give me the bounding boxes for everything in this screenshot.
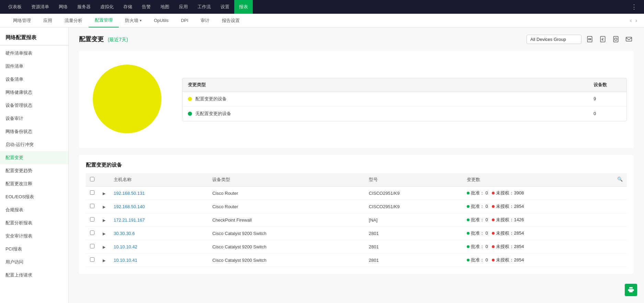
expand-arrow-3[interactable]: ▶ [103, 232, 105, 236]
top-nav-item-workflow[interactable]: 工作流 [193, 0, 216, 14]
top-nav-item-dashboard[interactable]: 仪表板 [3, 0, 26, 14]
email-icon[interactable] [624, 34, 634, 44]
row-checkbox-input-0[interactable] [90, 190, 94, 195]
second-nav-app[interactable]: 应用 [37, 14, 58, 27]
top-nav-item-virtual[interactable]: 虚拟化 [95, 0, 118, 14]
hostname-link-1[interactable]: 192.168.50.140 [114, 204, 145, 209]
top-nav-item-network[interactable]: 网络 [54, 0, 72, 14]
top-nav-item-server[interactable]: 服务器 [72, 0, 95, 14]
row-expand-2[interactable]: ▶ [99, 213, 110, 227]
row-expand-3[interactable]: ▶ [99, 227, 110, 240]
top-nav-item-map[interactable]: 地图 [156, 0, 174, 14]
device-group-select[interactable]: All Devices Group [527, 35, 581, 44]
row-expand-5[interactable]: ▶ [99, 254, 110, 267]
hostname-link-3[interactable]: 30.30.30.6 [114, 231, 135, 236]
row-hostname-1[interactable]: 192.168.50.140 [110, 200, 208, 213]
top-nav-item-resources[interactable]: 资源清单 [26, 0, 54, 14]
expand-arrow-2[interactable]: ▶ [103, 218, 105, 222]
row-expand-1[interactable]: ▶ [99, 200, 110, 213]
row-expand-0[interactable]: ▶ [99, 187, 110, 200]
row-hostname-0[interactable]: 192.168.50.131 [110, 187, 208, 200]
second-nav-oputils[interactable]: OpUtils [148, 14, 175, 27]
expand-arrow-0[interactable]: ▶ [103, 191, 105, 195]
legend-label-unchanged: 无配置变更的设备 [195, 111, 594, 117]
row-checkbox-2[interactable] [86, 213, 99, 227]
top-nav-item-settings[interactable]: 设置 [216, 0, 234, 14]
expand-arrow-5[interactable]: ▶ [103, 258, 105, 262]
second-nav-dpi[interactable]: DPI [175, 14, 195, 27]
nav-prev-arrow[interactable]: ‹ [630, 18, 632, 24]
second-nav-config-mgmt[interactable]: 配置管理 [89, 14, 119, 27]
row-checkbox-input-2[interactable] [90, 217, 94, 222]
row-device-type-2: CheckPoint Firewall [208, 213, 365, 227]
legend-count-changed: 9 [594, 96, 621, 101]
row-device-type-4: Cisco Catalyst 9200 Switch [208, 240, 365, 254]
sidebar-item-config-analysis[interactable]: 配置分析报表 [0, 216, 68, 229]
select-all-checkbox[interactable] [90, 177, 94, 181]
row-checkbox-input-3[interactable] [90, 231, 94, 235]
sidebar-item-network-backup[interactable]: 网络备份状态 [0, 125, 68, 138]
sidebar-item-pci[interactable]: PCI报表 [0, 243, 68, 256]
row-hostname-3[interactable]: 30.30.30.6 [110, 227, 208, 240]
sidebar-item-hw-inventory[interactable]: 硬件清单报表 [0, 47, 68, 60]
hostname-link-2[interactable]: 172.21.191.167 [114, 217, 145, 223]
row-expand-4[interactable]: ▶ [99, 240, 110, 254]
nav-next-arrow[interactable]: › [635, 18, 637, 24]
row-checkbox-1[interactable] [86, 200, 99, 213]
row-model-3: 2801 [365, 227, 463, 240]
top-nav-item-reports[interactable]: 报表 [234, 0, 253, 14]
sidebar-item-firmware[interactable]: 固件清单 [0, 60, 68, 73]
row-hostname-4[interactable]: 10.10.10.42 [110, 240, 208, 254]
second-nav-network-mgmt[interactable]: 网络管理 [7, 14, 37, 27]
search-icon[interactable]: 🔍 [617, 177, 623, 182]
row-hostname-5[interactable]: 10.10.10.41 [110, 254, 208, 267]
row-device-type-5: Cisco Catalyst 9200 Switch [208, 254, 365, 267]
row-checkbox-4[interactable] [86, 240, 99, 254]
row-checkbox-0[interactable] [86, 187, 99, 200]
sidebar-item-config-change[interactable]: 配置变更 [0, 151, 68, 164]
second-nav-traffic[interactable]: 流量分析 [58, 14, 89, 27]
sidebar-item-device-mgmt[interactable]: 设备管理状态 [0, 99, 68, 112]
sidebar-item-network-health[interactable]: 网络健康状态 [0, 86, 68, 99]
top-nav-item-storage[interactable]: 存储 [118, 0, 137, 14]
approved-badge-1: 批准： 0 [467, 203, 488, 210]
hostname-link-0[interactable]: 192.168.50.131 [114, 191, 145, 196]
unauth-badge-2: 未授权：1426 [492, 217, 524, 223]
sidebar-item-device-audit[interactable]: 设备审计 [0, 112, 68, 125]
xls-export-icon[interactable] [598, 34, 608, 44]
top-nav-item-alarm[interactable]: 告警 [137, 0, 156, 14]
row-checkbox-input-5[interactable] [90, 257, 94, 262]
row-checkbox-5[interactable] [86, 254, 99, 267]
expand-arrow-4[interactable]: ▶ [103, 245, 105, 249]
sidebar-item-user-access[interactable]: 用户访问 [0, 256, 68, 269]
second-nav-report-settings[interactable]: 报告设置 [216, 14, 246, 27]
expand-arrow-1[interactable]: ▶ [103, 205, 105, 209]
second-nav-audit[interactable]: 审计 [194, 14, 216, 27]
pdf-export-icon[interactable] [585, 34, 595, 44]
sidebar-item-startup-conflict[interactable]: 启动-运行冲突 [0, 138, 68, 151]
sidebar-item-config-upload[interactable]: 配置上传请求 [0, 269, 68, 282]
row-checkbox-input-4[interactable] [90, 244, 94, 248]
sidebar-item-compliance[interactable]: 合规报表 [0, 203, 68, 216]
col-checkbox-all[interactable] [86, 173, 99, 187]
col-hostname: 主机名称 [110, 173, 208, 187]
second-nav-bar: 网络管理 应用 流量分析 配置管理 防火墙 ▾ OpUtils DPI 审计 报… [0, 14, 644, 27]
approved-badge-4: 批准： 0 [467, 244, 488, 250]
approved-dot-4 [467, 245, 470, 248]
second-nav-firewall[interactable]: 防火墙 ▾ [119, 14, 148, 27]
page-title-area: 配置变更 (最近7天) [79, 35, 128, 43]
sidebar-item-config-notes[interactable]: 配置更改注释 [0, 177, 68, 190]
row-checkbox-input-1[interactable] [90, 204, 94, 208]
top-nav-item-app[interactable]: 应用 [174, 0, 193, 14]
sidebar-item-eol-eos[interactable]: EOL/EOS报表 [0, 190, 68, 203]
sidebar-item-security-audit[interactable]: 安全审计报表 [0, 229, 68, 243]
row-checkbox-3[interactable] [86, 227, 99, 240]
csv-export-icon[interactable] [611, 34, 621, 44]
sidebar-item-device-list[interactable]: 设备清单 [0, 73, 68, 86]
hostname-link-5[interactable]: 10.10.10.41 [114, 258, 137, 263]
row-hostname-2[interactable]: 172.21.191.167 [110, 213, 208, 227]
sidebar-item-config-trend[interactable]: 配置变更趋势 [0, 164, 68, 177]
more-options-icon[interactable]: ⋮ [628, 3, 641, 11]
hostname-link-4[interactable]: 10.10.10.42 [114, 244, 137, 249]
print-button[interactable] [625, 284, 637, 296]
